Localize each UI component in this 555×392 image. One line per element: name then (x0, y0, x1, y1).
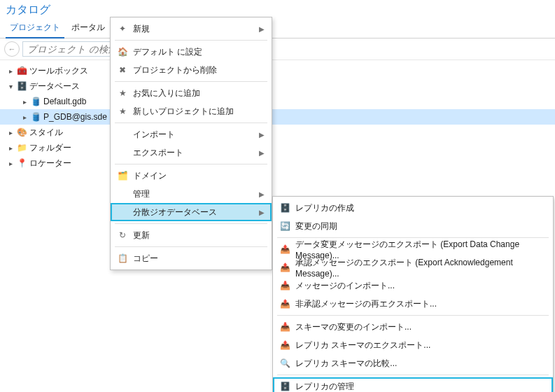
chevron-right-icon: ▸ (20, 98, 29, 106)
chevron-right-icon: ▶ (259, 131, 265, 139)
panel-title: カタログ (0, 0, 555, 20)
chevron-down-icon: ▾ (6, 83, 15, 90)
tree-item-locator[interactable]: ▸ 📍 ロケーター (0, 155, 555, 171)
menu-item-add-new-project[interactable]: ★ 新しいプロジェクトに追加 (111, 102, 272, 120)
home-icon: 🏠 (115, 46, 130, 58)
sde-icon: 🛢️ (29, 111, 42, 122)
tree-item-folder[interactable]: ▸ 📁 フォルダー (0, 140, 555, 155)
blank-icon (115, 146, 130, 159)
tree-item-database[interactable]: ▾ 🗄️ データベース (0, 78, 555, 94)
separator (277, 315, 549, 316)
separator (115, 81, 267, 82)
database-icon: 🗄️ (15, 80, 28, 92)
star-icon: ★ (115, 87, 130, 99)
separator (115, 246, 267, 247)
submenu-item-sync-changes[interactable]: 🔄 変更の同期 (273, 217, 553, 235)
submenu-item-create-replica[interactable]: 🗄️ レプリカの作成 (273, 199, 553, 217)
sync-icon: 🔄 (277, 220, 293, 232)
toolbox-icon: 🧰 (15, 65, 28, 76)
refresh-icon: ↻ (115, 229, 130, 241)
export-data-icon: 📤 (277, 243, 293, 255)
chevron-right-icon: ▸ (6, 129, 15, 136)
separator (115, 164, 267, 164)
tree-item-style[interactable]: ▸ 🎨 スタイル (0, 125, 555, 140)
arrow-left-icon: ← (8, 45, 16, 53)
chevron-right-icon: ▸ (20, 113, 29, 121)
submenu-item-export-data-change[interactable]: 📤 データ変更メッセージのエクスポート (Export Data Change … (273, 240, 553, 258)
schema-import-icon: 📥 (277, 321, 293, 333)
search-input[interactable] (22, 41, 115, 57)
chevron-right-icon: ▶ (259, 149, 265, 157)
separator (115, 40, 267, 41)
import-msg-icon: 📥 (277, 279, 293, 292)
tree-label: ロケーター (28, 158, 71, 169)
spark-icon: ✦ (115, 22, 130, 35)
blank-icon (115, 206, 130, 218)
chevron-right-icon: ▸ (6, 67, 15, 75)
menu-item-refresh[interactable]: ↻ 更新 (111, 226, 272, 244)
menu-item-distributed-geodatabase[interactable]: 分散ジオデータベース ▶ (111, 203, 272, 221)
search-bar: ← (0, 38, 555, 60)
tab-portal[interactable]: ポータル (66, 20, 111, 38)
tree-item-sde[interactable]: ▸ 🛢️ P_GDB@gis.sde (0, 109, 555, 125)
submenu-item-compare-schema[interactable]: 🔍 レプリカ スキーマの比較... (273, 354, 553, 372)
context-menu: ✦ 新規 ▶ 🏠 デフォルト に設定 ✖ プロジェクトから削除 ★ お気に入りに… (110, 17, 272, 270)
tree-label: P_GDB@gis.sde (42, 112, 107, 122)
menu-item-domain[interactable]: 🗂️ ドメイン (111, 167, 272, 185)
folder-icon: 📁 (15, 142, 28, 153)
chevron-right-icon: ▸ (6, 160, 15, 167)
tab-project[interactable]: プロジェクト (4, 20, 66, 38)
tree-label: Default.gdb (42, 97, 86, 106)
remove-icon: ✖ (115, 64, 130, 76)
submenu-item-manage-replica[interactable]: 🗄️ レプリカの管理 (273, 377, 553, 392)
style-icon: 🎨 (15, 127, 28, 138)
catalog-tree: ▸ 🧰 ツールボックス ▾ 🗄️ データベース ▸ 🛢️ Default.gdb… (0, 60, 555, 174)
separator (277, 374, 549, 375)
tree-label: スタイル (28, 127, 63, 139)
submenu-item-import-schema[interactable]: 📥 スキーマの変更のインポート... (273, 318, 553, 336)
gdb-icon: 🛢️ (29, 96, 42, 107)
replica-create-icon: 🗄️ (277, 202, 293, 214)
menu-item-manage[interactable]: 管理 ▶ (111, 185, 272, 203)
blank-icon (115, 188, 130, 200)
menu-item-add-favorites[interactable]: ★ お気に入りに追加 (111, 84, 272, 102)
tree-item-default-gdb[interactable]: ▸ 🛢️ Default.gdb (0, 94, 555, 109)
blank-icon (115, 128, 130, 141)
back-button[interactable]: ← (4, 41, 20, 57)
reexport-icon: 📤 (277, 298, 293, 310)
menu-item-copy[interactable]: 📋 コピー (111, 249, 272, 267)
menu-item-new[interactable]: ✦ 新規 ▶ (111, 20, 272, 38)
separator (115, 223, 267, 224)
menu-item-export[interactable]: エクスポート ▶ (111, 144, 272, 162)
tree-label: フォルダー (28, 142, 71, 154)
copy-icon: 📋 (115, 252, 130, 265)
export-ack-icon: 📤 (277, 261, 293, 274)
tab-bar: プロジェクト ポータル コンピ (0, 20, 555, 38)
star-plus-icon: ★ (115, 105, 130, 118)
chevron-right-icon: ▶ (259, 190, 265, 198)
separator (115, 122, 267, 123)
tree-item-toolbox[interactable]: ▸ 🧰 ツールボックス (0, 63, 555, 78)
submenu-distributed-geodatabase: 🗄️ レプリカの作成 🔄 変更の同期 📤 データ変更メッセージのエクスポート (… (272, 196, 554, 392)
manage-replica-icon: 🗄️ (277, 380, 293, 392)
menu-item-set-default[interactable]: 🏠 デフォルト に設定 (111, 43, 272, 61)
chevron-right-icon: ▶ (259, 25, 265, 33)
schema-export-icon: 📤 (277, 339, 293, 351)
tree-label: データベース (28, 80, 80, 92)
submenu-item-reexport-unack[interactable]: 📤 非承認メッセージの再エクスポート... (273, 295, 553, 313)
submenu-item-import-message[interactable]: 📥 メッセージのインポート... (273, 276, 553, 295)
submenu-item-export-ack[interactable]: 📤 承認メッセージのエクスポート (Export Acknowledgement… (273, 258, 553, 276)
schema-compare-icon: 🔍 (277, 357, 293, 370)
chevron-right-icon: ▸ (6, 144, 15, 152)
menu-item-import[interactable]: インポート ▶ (111, 125, 272, 144)
menu-item-remove-from-project[interactable]: ✖ プロジェクトから削除 (111, 61, 272, 79)
domain-icon: 🗂️ (115, 169, 130, 182)
submenu-item-export-schema[interactable]: 📤 レプリカ スキーマのエクスポート... (273, 336, 553, 354)
chevron-right-icon: ▶ (259, 209, 265, 216)
tree-label: ツールボックス (28, 65, 88, 77)
locator-icon: 📍 (15, 158, 28, 169)
